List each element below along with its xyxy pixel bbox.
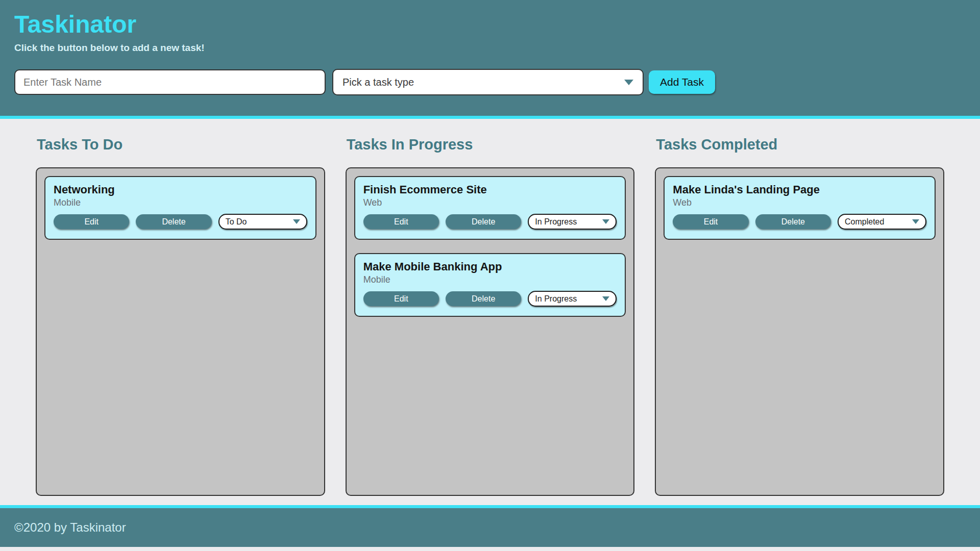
edit-task-button[interactable]: Edit (673, 214, 748, 229)
chevron-down-icon (912, 219, 919, 224)
task-type: Mobile (363, 274, 617, 285)
task-status-value: Completed (845, 217, 884, 227)
delete-task-button[interactable]: Delete (446, 291, 521, 306)
edit-task-button[interactable]: Edit (363, 291, 439, 306)
copyright-text: ©2020 by Taskinator (14, 520, 126, 534)
task-type: Web (363, 197, 617, 208)
delete-task-button[interactable]: Delete (136, 214, 211, 229)
task-card[interactable]: Networking Mobile Edit Delete To Do (44, 176, 316, 240)
add-task-form: Pick a task type Add Task (14, 69, 966, 95)
task-type: Web (673, 197, 926, 208)
main-area: Tasks To Do Networking Mobile Edit Delet… (0, 119, 980, 505)
column-tasks-todo: Tasks To Do Networking Mobile Edit Delet… (36, 136, 325, 496)
task-card[interactable]: Make Linda's Landing Page Web Edit Delet… (664, 176, 936, 240)
task-actions: Edit Delete In Progress (363, 291, 617, 307)
app-header: Taskinator Click the button below to add… (0, 0, 980, 119)
column-heading-completed: Tasks Completed (656, 136, 944, 153)
task-name: Networking (54, 183, 307, 196)
task-list-completed: Make Linda's Landing Page Web Edit Delet… (655, 167, 944, 496)
column-tasks-completed: Tasks Completed Make Linda's Landing Pag… (655, 136, 944, 496)
task-list-in-progress: Finish Ecommerce Site Web Edit Delete In… (346, 167, 635, 496)
edit-task-button[interactable]: Edit (54, 214, 129, 229)
task-status-select[interactable]: In Progress (528, 291, 617, 307)
column-heading-in-progress: Tasks In Progress (347, 136, 635, 153)
task-name: Finish Ecommerce Site (363, 183, 617, 196)
task-status-select[interactable]: To Do (218, 214, 307, 230)
task-actions: Edit Delete Completed (673, 214, 926, 230)
task-status-value: In Progress (535, 217, 577, 227)
edit-task-button[interactable]: Edit (363, 214, 439, 229)
column-tasks-in-progress: Tasks In Progress Finish Ecommerce Site … (346, 136, 635, 496)
task-status-select[interactable]: In Progress (528, 214, 617, 230)
app-subtitle: Click the button below to add a new task… (14, 42, 966, 54)
chevron-down-icon (624, 80, 633, 85)
task-card[interactable]: Finish Ecommerce Site Web Edit Delete In… (354, 176, 626, 240)
task-name: Make Linda's Landing Page (673, 183, 926, 196)
app-title: Taskinator (14, 10, 966, 38)
task-name-input[interactable] (14, 69, 326, 95)
task-actions: Edit Delete To Do (54, 214, 307, 230)
task-actions: Edit Delete In Progress (363, 214, 617, 230)
chevron-down-icon (602, 219, 609, 224)
task-columns: Tasks To Do Networking Mobile Edit Delet… (36, 136, 944, 496)
column-heading-todo: Tasks To Do (37, 136, 325, 153)
app-footer: ©2020 by Taskinator (0, 505, 980, 547)
task-status-select[interactable]: Completed (838, 214, 926, 230)
task-status-value: In Progress (535, 294, 577, 304)
task-list-todo: Networking Mobile Edit Delete To Do (36, 167, 325, 496)
task-status-value: To Do (226, 217, 247, 227)
task-name: Make Mobile Banking App (363, 260, 617, 273)
add-task-button[interactable]: Add Task (649, 70, 715, 94)
task-card[interactable]: Make Mobile Banking App Mobile Edit Dele… (354, 253, 626, 317)
task-type-select[interactable]: Pick a task type (332, 69, 644, 95)
task-type: Mobile (54, 197, 307, 208)
task-type-select-value: Pick a task type (342, 77, 414, 88)
chevron-down-icon (602, 296, 609, 301)
chevron-down-icon (293, 219, 300, 224)
delete-task-button[interactable]: Delete (446, 214, 521, 229)
delete-task-button[interactable]: Delete (755, 214, 831, 229)
